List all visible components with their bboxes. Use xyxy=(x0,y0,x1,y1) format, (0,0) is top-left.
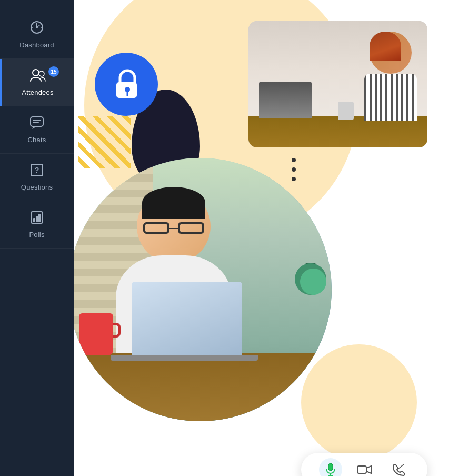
mic-button[interactable] xyxy=(319,458,342,476)
mic-icon xyxy=(325,463,336,476)
cup xyxy=(338,102,354,120)
svg-rect-18 xyxy=(33,218,35,222)
mug-handle xyxy=(113,323,121,338)
svg-text:?: ? xyxy=(35,166,39,174)
svg-point-11 xyxy=(39,71,44,76)
video-controls-bar xyxy=(301,453,427,476)
table xyxy=(68,353,332,421)
laptop-screen xyxy=(132,282,242,355)
plant xyxy=(295,263,326,316)
person-head xyxy=(370,32,412,74)
glasses-left xyxy=(143,222,169,234)
main-photo xyxy=(68,158,332,421)
svg-rect-3 xyxy=(328,463,333,471)
video-person xyxy=(364,32,417,121)
questions-icon: ? xyxy=(30,163,44,180)
dashboard-label: Dashboard xyxy=(19,41,54,49)
sidebar: Dashboard 15 Attendees Chats xyxy=(0,0,74,476)
sidebar-item-dashboard[interactable]: Dashboard xyxy=(0,11,74,59)
svg-point-10 xyxy=(33,70,39,76)
glasses-bridge xyxy=(169,228,178,229)
sidebar-item-polls[interactable]: Polls xyxy=(0,201,74,249)
video-panel xyxy=(248,21,427,147)
dashboard-icon xyxy=(29,20,44,38)
hair xyxy=(142,187,205,219)
video-button[interactable] xyxy=(353,458,376,476)
svg-point-1 xyxy=(125,87,130,92)
attendees-label: Attendees xyxy=(22,88,53,96)
attendees-badge: 15 xyxy=(48,66,59,77)
svg-rect-12 xyxy=(31,117,43,126)
video-camera-icon xyxy=(357,464,372,475)
questions-label: Questions xyxy=(21,183,53,191)
attendees-icon xyxy=(30,68,46,85)
laptop-base xyxy=(111,355,258,361)
chats-icon xyxy=(29,116,44,133)
svg-rect-20 xyxy=(38,214,41,222)
svg-rect-19 xyxy=(36,216,38,222)
person-body xyxy=(364,74,417,121)
person-hair xyxy=(370,32,401,61)
lock-circle xyxy=(95,53,158,116)
polls-icon xyxy=(30,211,44,227)
svg-rect-6 xyxy=(357,466,366,473)
laptop-screen-display xyxy=(132,282,242,355)
sidebar-item-questions[interactable]: ? Questions xyxy=(0,154,74,201)
phone-button[interactable] xyxy=(386,458,410,476)
red-mug xyxy=(79,313,113,355)
sidebar-item-attendees[interactable]: 15 Attendees xyxy=(0,59,74,106)
phone-icon xyxy=(391,463,405,476)
svg-line-7 xyxy=(398,464,404,469)
main-person-head xyxy=(137,190,211,263)
chats-label: Chats xyxy=(28,136,46,144)
svg-point-9 xyxy=(36,26,38,28)
polls-label: Polls xyxy=(29,231,44,239)
lock-icon xyxy=(112,68,141,100)
video-laptop xyxy=(259,82,312,118)
sidebar-item-chats[interactable]: Chats xyxy=(0,106,74,154)
glasses-right xyxy=(178,222,204,234)
